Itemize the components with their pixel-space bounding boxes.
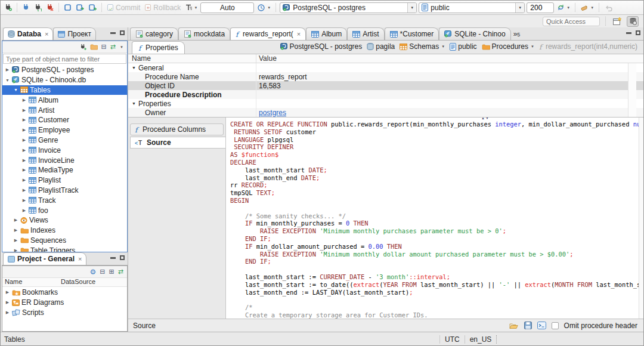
expand-arrow-icon[interactable]: ▶ xyxy=(5,290,10,295)
minimize-icon[interactable] xyxy=(110,32,116,34)
property-row-object-id[interactable]: Object ID16,583 xyxy=(128,81,643,90)
project-item-scripts[interactable]: ▶Scripts xyxy=(2,308,127,318)
close-icon[interactable]: × xyxy=(297,30,301,38)
expand-arrow-icon[interactable]: ▶ xyxy=(21,98,27,103)
collapse-arrow-icon[interactable]: ▼ xyxy=(132,101,136,106)
subtab-procedure-columns[interactable]: fProcedure Columns xyxy=(130,123,224,135)
save-file-icon[interactable] xyxy=(524,322,532,329)
maximize-icon[interactable] xyxy=(636,30,640,35)
close-icon[interactable]: × xyxy=(78,255,82,262)
tree-item-customer[interactable]: ▶Customer xyxy=(2,115,127,125)
expand-arrow-icon[interactable]: ▶ xyxy=(5,310,10,315)
breadcrumb-schemas[interactable]: Schemas▼ xyxy=(398,42,446,51)
view-menu-icon[interactable]: ▼ xyxy=(120,45,123,49)
expand-arrow-icon[interactable]: ▶ xyxy=(13,238,18,243)
tree-item-mediatype[interactable]: ▶MediaType xyxy=(2,165,127,175)
transaction-mode-button[interactable] xyxy=(63,3,73,12)
commit-button[interactable]: Commit xyxy=(106,3,141,13)
expand-arrow-icon[interactable]: ▶ xyxy=(21,108,27,113)
open-connection-button[interactable] xyxy=(21,3,31,12)
collapse-arrow-icon[interactable]: ▼ xyxy=(5,78,10,82)
collapse-all-icon[interactable]: ⊟ xyxy=(101,43,107,51)
breadcrumb-rewards-report-int4-numeric[interactable]: frewards_report(int4,numeric) xyxy=(538,42,639,51)
commit-mode-combo[interactable]: Auto xyxy=(200,2,254,13)
tree-item-employee[interactable]: ▶Employee xyxy=(2,125,127,135)
tree-item-genre[interactable]: ▶Genre xyxy=(2,135,127,146)
source-code[interactable]: CREATE OR REPLACE FUNCTION public.reward… xyxy=(226,118,643,319)
connect-button[interactable] xyxy=(3,3,13,12)
properties-scrollbar[interactable] xyxy=(628,63,636,117)
expand-arrow-icon[interactable]: ▶ xyxy=(21,198,27,203)
omit-header-checkbox[interactable] xyxy=(552,322,559,329)
project-item-er-diagrams[interactable]: ▶ER Diagrams xyxy=(2,298,127,308)
link-with-editor-icon[interactable]: ⇄ xyxy=(110,43,116,51)
reconnect-button[interactable] xyxy=(33,3,43,12)
tree-item-views[interactable]: ▶Views xyxy=(2,215,127,225)
expand-arrow-icon[interactable]: ▶ xyxy=(21,158,27,163)
expand-arrow-icon[interactable]: ▶ xyxy=(21,138,27,143)
chevron-down-icon[interactable]: ▼ xyxy=(515,3,524,13)
property-row-owner[interactable]: Ownerpostgres xyxy=(128,108,643,117)
open-file-icon[interactable] xyxy=(509,322,519,329)
tree-item-table-triggers[interactable]: ▶Table Triggers xyxy=(2,245,127,252)
tab-database-navigator[interactable]: Databa × xyxy=(3,27,53,40)
chevron-down-icon[interactable]: ▼ xyxy=(531,45,534,48)
expand-arrow-icon[interactable]: ▶ xyxy=(21,178,27,183)
property-row-procedure-name[interactable]: Procedure Namerewards_report xyxy=(128,72,643,81)
open-perspective-button[interactable] xyxy=(611,16,623,27)
tree-item-foo[interactable]: ▶foo xyxy=(2,205,127,215)
connect-plug-small-icon[interactable] xyxy=(79,44,86,51)
property-row-general[interactable]: ▼General xyxy=(128,63,643,72)
maximize-icon[interactable] xyxy=(120,255,125,260)
tree-item-playlisttrack[interactable]: ▶PlaylistTrack xyxy=(2,186,127,196)
status-timezone[interactable]: UTC xyxy=(445,335,460,344)
subtab-source[interactable]: <TSource xyxy=(130,137,225,149)
add-transaction-button[interactable] xyxy=(87,3,98,12)
schema-selector[interactable]: public ▼ xyxy=(419,2,525,13)
expand-arrow-icon[interactable]: ▶ xyxy=(21,208,27,213)
tree-item-invoiceline[interactable]: ▶InvoiceLine xyxy=(2,155,127,165)
breadcrumb-postgresql-postgres[interactable]: PostgreSQL - postgres xyxy=(279,42,364,51)
tree-item-track[interactable]: ▶Track xyxy=(2,195,127,205)
tree-item-artist[interactable]: ▶Artist xyxy=(2,105,127,115)
editor-tab-album[interactable]: Album xyxy=(306,27,347,40)
expand-arrow-icon[interactable]: ▶ xyxy=(5,67,10,72)
expand-arrow-icon[interactable]: ▶ xyxy=(21,128,27,132)
breadcrumb-pagila[interactable]: pagila xyxy=(366,42,396,51)
breadcrumb-procedures[interactable]: Procedures▼ xyxy=(481,42,535,51)
collapse-arrow-icon[interactable]: ▼ xyxy=(132,66,136,70)
disconnect-button[interactable] xyxy=(45,3,55,12)
quick-access-input[interactable] xyxy=(543,17,600,26)
tab-project-general[interactable]: Project - General × xyxy=(3,252,86,265)
property-row-properties[interactable]: ▼Properties xyxy=(128,99,643,108)
property-row-procedure-description[interactable]: Procedure Description xyxy=(128,90,643,99)
tree-item-sqlite-chinook-db[interactable]: ▼SQLite - Chinook.db xyxy=(2,75,127,85)
minimize-icon[interactable] xyxy=(626,32,631,34)
tab-overflow-indicator[interactable]: »5 xyxy=(513,30,521,38)
new-transaction-button[interactable] xyxy=(75,3,85,12)
refresh-button[interactable]: ▼ xyxy=(556,3,571,12)
expand-arrow-icon[interactable]: ▶ xyxy=(21,168,27,172)
tab-properties[interactable]: f Properties xyxy=(132,41,185,54)
close-icon[interactable]: × xyxy=(45,30,48,38)
editor-tab-sqlite-chinoo[interactable]: SQLite - Chinoo xyxy=(439,27,510,40)
editor-tab-rewards-report[interactable]: frewards_report(× xyxy=(230,27,306,40)
navigator-filter-input[interactable] xyxy=(3,54,126,64)
undo-button[interactable] xyxy=(603,4,614,12)
editor-tab-category[interactable]: category xyxy=(130,27,178,40)
expand-arrow-icon[interactable]: ▶ xyxy=(13,228,18,233)
new-folder-icon[interactable] xyxy=(90,44,98,50)
expand-arrow-icon[interactable]: ▶ xyxy=(13,248,18,252)
settings-gear-icon[interactable]: ⚙ xyxy=(90,268,97,276)
erase-button[interactable]: ▼ xyxy=(579,4,595,12)
rollback-button[interactable]: Rollback xyxy=(143,3,182,13)
expand-arrow-icon[interactable]: ▶ xyxy=(21,188,27,193)
tree-item-postgresql-postgres[interactable]: ▶PostgreSQL - postgres xyxy=(2,65,127,75)
tree-item-invoice[interactable]: ▶Invoice xyxy=(2,145,127,155)
chevron-down-icon[interactable]: ▼ xyxy=(407,3,416,13)
collapse-arrow-icon[interactable]: ▼ xyxy=(13,88,18,92)
tree-item-playlist[interactable]: ▶Playlist xyxy=(2,175,127,186)
terminal-icon[interactable] xyxy=(537,322,546,329)
transaction-log-button[interactable]: ▼ xyxy=(184,3,199,12)
project-item-bookmarks[interactable]: ▶★Bookmarks xyxy=(2,288,127,298)
